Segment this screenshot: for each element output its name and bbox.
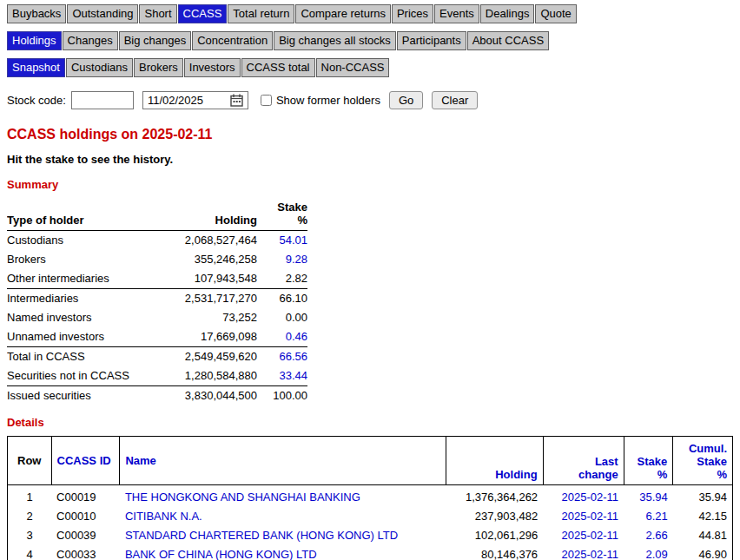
tab-prices[interactable]: Prices [392, 4, 433, 23]
holding-value: 17,669,098 [139, 327, 257, 347]
tab-outstanding[interactable]: Outstanding [67, 4, 138, 23]
stake-link[interactable]: 66.56 [279, 350, 307, 363]
tab-events[interactable]: Events [434, 4, 479, 23]
cumul-stake-value: 35.94 [673, 485, 733, 508]
row-number: 1 [8, 485, 52, 508]
stock-form: Stock code: 11/02/2025 Show former holde… [7, 91, 740, 109]
details-heading: Details [7, 416, 740, 429]
holding-value: 80,146,376 [446, 545, 543, 560]
page-subtitle: Hit the stake to see the history. [7, 153, 740, 166]
show-former-checkbox[interactable] [261, 95, 272, 106]
tab-brokers[interactable]: Brokers [134, 58, 183, 77]
tab-holdings[interactable]: Holdings [7, 31, 62, 50]
tab-buybacks[interactable]: Buybacks [7, 4, 66, 23]
row-number: 2 [8, 507, 52, 526]
tab-compare-returns[interactable]: Compare returns [295, 4, 391, 23]
tab-quote[interactable]: Quote [535, 4, 576, 23]
tab-changes[interactable]: Changes [63, 31, 118, 50]
holding-value: 2,549,459,620 [139, 347, 257, 367]
details-header-cumul-stake[interactable]: Cumul. Stake % [673, 437, 733, 485]
participant-name-link[interactable]: CITIBANK N.A. [125, 510, 202, 523]
date-input[interactable]: 11/02/2025 [142, 91, 248, 109]
stake-link[interactable]: 35.94 [639, 491, 668, 504]
stake-link[interactable]: 33.44 [279, 369, 307, 382]
details-header-row: Row CCASS ID Name Holding Last change St… [8, 437, 733, 485]
stake-link[interactable]: 0.46 [286, 330, 307, 343]
details-row: 1 C00019 THE HONGKONG AND SHANGHAI BANKI… [8, 485, 733, 508]
summary-row-custodians: Custodians 2,068,527,464 54.01 [7, 231, 307, 251]
go-button[interactable]: Go [389, 91, 423, 109]
tab-dealings[interactable]: Dealings [480, 4, 535, 23]
page-title: CCASS holdings on 2025-02-11 [7, 127, 740, 142]
details-header-name[interactable]: Name [120, 437, 446, 485]
calendar-icon[interactable] [230, 94, 243, 107]
summary-table: Type of holder Holding Stake % Custodian… [7, 198, 307, 405]
participant-name-link[interactable]: STANDARD CHARTERED BANK (HONG KONG) LTD [125, 529, 398, 542]
holding-value: 1,376,364,262 [446, 485, 543, 508]
tab-ccass[interactable]: CCASS [178, 4, 228, 23]
tab-snapshot[interactable]: Snapshot [7, 58, 65, 77]
summary-row-other-intermediaries: Other intermediaries 107,943,548 2.82 [7, 269, 307, 289]
details-table: Row CCASS ID Name Holding Last change St… [7, 436, 733, 560]
last-change-link[interactable]: 2025-02-11 [562, 529, 619, 542]
holder-type: Other intermediaries [7, 269, 139, 289]
tab-total-return[interactable]: Total return [228, 4, 294, 23]
last-change-link[interactable]: 2025-02-11 [562, 548, 619, 560]
stake-link[interactable]: 9.28 [286, 253, 307, 266]
tab-participants[interactable]: Participants [397, 31, 466, 50]
row-number: 4 [8, 545, 52, 560]
details-header-ccass-id[interactable]: CCASS ID [51, 437, 120, 485]
nav-row-3: Snapshot Custodians Brokers Investors CC… [7, 58, 740, 77]
show-former-label: Show former holders [276, 94, 380, 107]
stock-code-input[interactable] [71, 91, 134, 109]
tab-concentration[interactable]: Concentration [192, 31, 273, 50]
holder-type: Named investors [7, 308, 139, 327]
tab-short[interactable]: Short [139, 4, 176, 23]
details-header-row-num: Row [8, 437, 52, 485]
tab-ccass-total[interactable]: CCASS total [241, 58, 315, 77]
tab-about-ccass[interactable]: About CCASS [467, 31, 549, 50]
clear-button[interactable]: Clear [432, 91, 478, 109]
details-header-stake[interactable]: Stake % [624, 437, 673, 485]
participant-name-link[interactable]: THE HONGKONG AND SHANGHAI BANKING [125, 491, 360, 504]
cumul-stake-value: 44.81 [673, 526, 733, 545]
stake-value: 66.10 [257, 289, 307, 309]
details-row: 2 C00010 CITIBANK N.A. 237,903,482 2025-… [8, 507, 733, 526]
stake-link[interactable]: 2.09 [645, 548, 667, 560]
stake-value: 100.00 [257, 386, 307, 406]
tab-non-ccass[interactable]: Non-CCASS [316, 58, 390, 77]
holder-type: Brokers [7, 250, 139, 269]
holding-value: 237,903,482 [446, 507, 543, 526]
summary-row-brokers: Brokers 355,246,258 9.28 [7, 250, 307, 269]
ccass-id: C00010 [51, 507, 120, 526]
stake-value: 2.82 [257, 269, 307, 289]
holder-type: Securities not in CCASS [7, 366, 139, 386]
holding-value: 107,943,548 [139, 269, 257, 289]
summary-header-holding: Holding [139, 198, 257, 231]
nav-row-2: Holdings Changes Big changes Concentrati… [7, 31, 740, 50]
tab-custodians[interactable]: Custodians [66, 58, 133, 77]
summary-row-issued-securities: Issued securities 3,830,044,500 100.00 [7, 386, 307, 406]
stock-code-label: Stock code: [7, 94, 66, 107]
ccass-id: C00033 [51, 545, 120, 560]
tab-big-changes[interactable]: Big changes [119, 31, 192, 50]
stake-link[interactable]: 54.01 [279, 234, 307, 247]
stake-value: 0.00 [257, 308, 307, 327]
details-header-holding[interactable]: Holding [446, 437, 543, 485]
holding-value: 2,531,717,270 [139, 289, 257, 309]
tab-investors[interactable]: Investors [184, 58, 241, 77]
tab-big-changes-all-stocks[interactable]: Big changes all stocks [274, 31, 396, 50]
participant-name-link[interactable]: BANK OF CHINA (HONG KONG) LTD [125, 548, 317, 560]
details-header-last-change[interactable]: Last change [543, 437, 624, 485]
last-change-link[interactable]: 2025-02-11 [562, 510, 619, 523]
summary-heading: Summary [7, 178, 740, 191]
stake-link[interactable]: 2.66 [645, 529, 667, 542]
last-change-link[interactable]: 2025-02-11 [562, 491, 619, 504]
summary-row-total-in-ccass: Total in CCASS 2,549,459,620 66.56 [7, 347, 307, 367]
holding-value: 102,061,296 [446, 526, 543, 545]
summary-header-type: Type of holder [7, 198, 139, 231]
summary-row-intermediaries: Intermediaries 2,531,717,270 66.10 [7, 289, 307, 309]
stake-link[interactable]: 6.21 [645, 510, 667, 523]
nav-row-1: Buybacks Outstanding Short CCASS Total r… [7, 4, 740, 23]
ccass-id: C00019 [51, 485, 120, 508]
